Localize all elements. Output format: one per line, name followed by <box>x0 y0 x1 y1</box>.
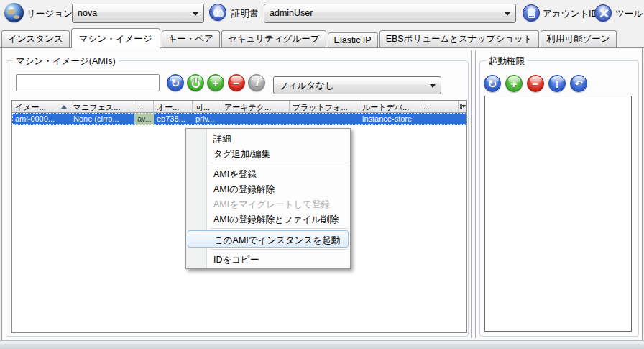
tab-elastic-ip[interactable]: Elastic IP <box>328 32 378 47</box>
menu-item-add-edit-tags[interactable]: タグ追加/編集 <box>188 145 349 160</box>
tools-icon <box>594 4 612 22</box>
cell-platform <box>290 113 359 125</box>
menu-item-details[interactable]: 詳細 <box>188 130 349 145</box>
document-icon <box>523 4 540 22</box>
tab-instances[interactable]: インスタンス <box>1 30 70 47</box>
remove-button[interactable]: − <box>228 74 245 91</box>
chevron-down-icon <box>193 12 198 16</box>
launch-permissions-legend: 起動権限 <box>486 55 528 68</box>
globe-icon <box>4 3 24 22</box>
tab-bar: インスタンス マシン・イメージ キー・ペア セキュリティグループ Elastic… <box>0 26 644 48</box>
account-id-button[interactable]: アカウントID <box>543 8 597 20</box>
undo-button[interactable]: ↶ <box>570 75 587 92</box>
column-header-visibility[interactable]: 可... <box>193 101 221 113</box>
column-header-platform[interactable]: プラットフォ... <box>290 101 359 113</box>
panel-splitter[interactable] <box>471 50 476 338</box>
tab-machine-images[interactable]: マシン・イメージ <box>71 28 160 48</box>
context-menu: 詳細 タグ追加/編集 AMIを登録 AMIの登録解除 AMIをマイグレートして登… <box>185 128 351 269</box>
top-toolbar: リージョン nova 証明書 adminUser アカウントID ツール <box>0 0 644 26</box>
menu-item-copy-id[interactable]: IDをコピー <box>188 251 349 266</box>
menu-separator <box>210 228 348 229</box>
refresh-icon: ↻ <box>488 78 497 89</box>
undo-icon: ↶ <box>575 79 583 89</box>
chevron-down-icon <box>461 105 466 108</box>
chevron-down-icon <box>505 12 510 16</box>
certificate-label: 証明書 <box>231 8 259 20</box>
remove-icon: − <box>234 78 240 89</box>
region-select-value: nova <box>78 8 97 18</box>
cell-extra <box>420 113 466 125</box>
remove-button[interactable]: − <box>527 75 544 92</box>
menu-item-deregister-ami[interactable]: AMIの登録解除 <box>188 181 349 196</box>
cell-visibility: priv... <box>193 113 221 125</box>
filter-select[interactable]: フィルタなし <box>273 76 441 94</box>
table-row-selected[interactable]: ami-0000... None (cirro... av... eb738..… <box>12 113 466 125</box>
menu-separator <box>210 163 348 163</box>
ami-panel-legend: マシン・イメージ(AMIs) <box>13 55 119 68</box>
column-picker-button[interactable] <box>459 101 466 113</box>
tab-availability-zones[interactable]: 利用可能ゾーン <box>540 30 617 47</box>
power-button[interactable] <box>187 74 204 91</box>
add-icon: + <box>511 78 518 89</box>
refresh-button[interactable]: ↻ <box>167 74 184 91</box>
window-bottom-edge <box>0 340 644 349</box>
add-icon: + <box>213 78 219 89</box>
refresh-icon: ↻ <box>171 78 180 89</box>
tools-button[interactable]: ツール <box>615 8 644 20</box>
ami-table-header: イメー... マニフェス... ... オー... 可... アーキテク... … <box>12 101 466 113</box>
add-button[interactable]: + <box>207 74 224 91</box>
menu-separator <box>210 249 348 250</box>
remove-icon: − <box>533 78 539 89</box>
region-label: リージョン <box>27 8 73 20</box>
menu-item-migrate-register-ami: AMIをマイグレートして登録 <box>188 196 349 211</box>
column-header-state[interactable]: ... <box>134 101 154 113</box>
alert-icon: ! <box>556 78 559 89</box>
tab-security-groups[interactable]: セキュリティグループ <box>221 30 326 47</box>
column-header-extra[interactable]: ... <box>420 101 459 113</box>
menu-item-launch-instance-from-ami[interactable]: このAMIでインスタンスを起動 <box>188 230 349 248</box>
certificate-select[interactable]: adminUser <box>264 4 516 23</box>
cell-root-device: instance-store <box>359 113 420 125</box>
column-picker-icon <box>459 104 461 109</box>
cell-owner: eb738... <box>154 113 193 125</box>
column-header-root-device[interactable]: ルートデバ... <box>359 101 420 113</box>
alert-button[interactable]: ! <box>548 75 566 92</box>
users-icon <box>209 4 226 21</box>
cell-state: av... <box>134 113 154 125</box>
certificate-select-value: adminUser <box>270 8 313 18</box>
menu-item-register-ami[interactable]: AMIを登録 <box>188 166 349 181</box>
column-header-image-id[interactable]: イメー... <box>12 101 70 113</box>
menu-item-deregister-delete-files[interactable]: AMIの登録解除とファイル削除 <box>188 211 349 226</box>
ami-search-input[interactable] <box>16 74 160 91</box>
cell-image-id: ami-0000... <box>12 113 70 125</box>
cell-architecture <box>221 113 290 125</box>
power-icon <box>192 80 200 88</box>
chevron-down-icon <box>430 84 436 88</box>
column-header-architecture[interactable]: アーキテク... <box>221 101 290 113</box>
cell-manifest: None (cirro... <box>70 113 134 125</box>
column-header-manifest[interactable]: マニフェス... <box>70 101 134 113</box>
column-header-owner[interactable]: オー... <box>154 101 193 113</box>
info-button[interactable]: i <box>248 74 265 91</box>
tab-key-pairs[interactable]: キー・ペア <box>162 30 220 47</box>
tab-ebs-volumes-snapshots[interactable]: EBSボリュームとスナップショット <box>380 30 539 47</box>
filter-select-value: フィルタなし <box>279 81 334 91</box>
refresh-button[interactable]: ↻ <box>484 75 501 92</box>
info-icon: i <box>254 78 258 88</box>
sort-asc-icon <box>61 105 67 109</box>
add-button[interactable]: + <box>505 75 523 92</box>
region-select[interactable]: nova <box>72 4 204 23</box>
launch-permissions-list[interactable] <box>484 96 632 332</box>
